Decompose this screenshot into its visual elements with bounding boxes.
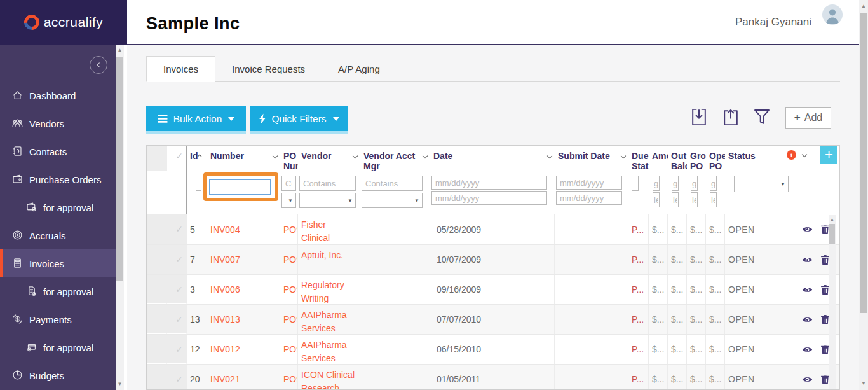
scroll-up-icon[interactable]: ▲: [859, 2, 868, 11]
view-invoice-button[interactable]: [801, 374, 813, 385]
column-header-open-po[interactable]: Ope PO: [706, 146, 725, 171]
chevron-down-icon[interactable]: [423, 153, 428, 158]
column-header-amount[interactable]: Amo: [649, 146, 668, 171]
sidebar-item-budgets[interactable]: Budgets: [0, 361, 116, 389]
column-header-vendor[interactable]: Vendor: [298, 146, 360, 171]
gross-po-lt-filter-input[interactable]: [691, 192, 698, 207]
po-number-link[interactable]: PO9: [280, 275, 298, 304]
row-checkbox[interactable]: ✓: [167, 365, 187, 390]
due-status-filter-input[interactable]: [632, 176, 639, 191]
chevron-down-icon[interactable]: [353, 153, 358, 158]
po-number-link[interactable]: PO9: [280, 335, 298, 364]
view-invoice-button[interactable]: [801, 224, 813, 235]
gross-po-gt-filter-input[interactable]: [691, 176, 698, 191]
po-number-filter-input[interactable]: [281, 176, 296, 191]
add-button[interactable]: + Add: [785, 107, 831, 129]
invoice-number-link[interactable]: INV007: [207, 245, 280, 274]
chevron-down-icon[interactable]: [547, 153, 552, 158]
number-filter-input[interactable]: [209, 179, 271, 195]
sidebar-item-vendors[interactable]: Vendors: [0, 109, 116, 137]
add-column-button[interactable]: +: [820, 146, 837, 164]
invoice-number-link[interactable]: INV004: [207, 214, 280, 244]
table-scrollbar-thumb[interactable]: [829, 224, 835, 244]
tab-invoices[interactable]: Invoices: [146, 56, 215, 82]
page-scrollbar[interactable]: ▲ ▼: [859, 0, 868, 390]
view-invoice-button[interactable]: [801, 344, 813, 355]
invoice-number-link[interactable]: INV006: [207, 275, 280, 304]
status-filter-select[interactable]: ▼: [734, 176, 789, 192]
sidebar-scrollbar[interactable]: ▲ ▼: [116, 45, 124, 390]
open-po-lt-filter-input[interactable]: [710, 192, 717, 207]
vendor-filter-select[interactable]: ▼: [299, 193, 356, 208]
download-button[interactable]: [690, 108, 708, 127]
submit-date-from-filter-input[interactable]: [556, 176, 622, 190]
vendor-link[interactable]: Fisher Clinical Services, Inc: [298, 214, 360, 244]
po-number-filter-select[interactable]: ▼: [281, 193, 296, 208]
vendor-link[interactable]: AAIPharma Services Corp: [298, 335, 360, 364]
date-from-filter-input[interactable]: [431, 176, 547, 190]
sidebar-collapse-button[interactable]: [90, 56, 107, 74]
sidebar-item-dashboard[interactable]: Dashboard: [0, 81, 116, 109]
select-all-checkbox[interactable]: ✓: [167, 146, 187, 171]
invoice-number-link[interactable]: INV012: [207, 335, 280, 364]
chevron-down-icon[interactable]: [273, 153, 278, 158]
view-invoice-button[interactable]: [801, 284, 813, 295]
id-filter-input[interactable]: [196, 176, 201, 191]
sidebar-scrollbar-thumb[interactable]: [116, 57, 123, 281]
po-number-link[interactable]: PO9: [280, 305, 298, 334]
scroll-up-icon[interactable]: ▲: [829, 216, 836, 225]
date-to-filter-input[interactable]: [431, 191, 547, 205]
sidebar-item-contacts[interactable]: Contacts: [0, 137, 116, 165]
open-po-gt-filter-input[interactable]: [710, 176, 717, 191]
out-balance-gt-filter-input[interactable]: [672, 176, 679, 191]
row-checkbox[interactable]: ✓: [167, 245, 187, 274]
sidebar-item-payments[interactable]: Payments: [0, 305, 116, 333]
out-balance-lt-filter-input[interactable]: [672, 192, 679, 207]
invoice-number-link[interactable]: INV013: [207, 305, 280, 334]
row-checkbox[interactable]: ✓: [167, 214, 187, 244]
row-checkbox[interactable]: ✓: [167, 275, 187, 304]
submit-date-to-filter-input[interactable]: [556, 191, 622, 205]
scroll-up-icon[interactable]: ▲: [116, 46, 124, 55]
bulk-action-button[interactable]: Bulk Action: [146, 106, 246, 131]
row-checkbox[interactable]: ✓: [167, 305, 187, 334]
vendor-filter-input[interactable]: [299, 176, 356, 191]
scroll-down-icon[interactable]: ▼: [116, 380, 124, 389]
tab-invoice-requests[interactable]: Invoice Requests: [215, 56, 322, 82]
vendor-mgr-filter-select[interactable]: ▼: [362, 193, 423, 208]
tab-ap-aging[interactable]: A/P Aging: [322, 56, 397, 82]
sidebar-item-accruals[interactable]: Accruals: [0, 221, 116, 249]
amount-lt-filter-input[interactable]: [653, 192, 660, 207]
invoice-number-link[interactable]: INV021: [207, 365, 280, 390]
chevron-down-icon[interactable]: [802, 152, 807, 157]
upload-button[interactable]: [722, 108, 740, 127]
column-header-vendor-acct-mgr[interactable]: Vendor Acct Mgr: [360, 146, 430, 171]
sidebar-item-for-approval-sub-4[interactable]: for approval: [0, 193, 116, 221]
table-scrollbar[interactable]: ▲: [829, 215, 836, 390]
po-number-link[interactable]: PO9: [280, 365, 298, 390]
vendor-link[interactable]: Regulatory Writing: [298, 275, 360, 304]
column-header-gross-po[interactable]: Gros PO: [687, 146, 706, 171]
scroll-down-icon[interactable]: ▼: [859, 379, 868, 388]
vendor-mgr-filter-input[interactable]: [362, 176, 423, 191]
sidebar-item-for-approval-sub-9[interactable]: for approval: [0, 333, 116, 361]
po-number-link[interactable]: PO9: [280, 245, 298, 274]
view-invoice-button[interactable]: [801, 314, 813, 325]
vendor-link[interactable]: ICON Clinical Research: [298, 365, 360, 390]
column-header-due-status[interactable]: Due Stat: [628, 146, 649, 171]
row-checkbox[interactable]: ✓: [167, 335, 187, 364]
column-header-status[interactable]: Status: [725, 146, 783, 171]
page-scrollbar-thumb[interactable]: [860, 13, 867, 313]
column-header-number[interactable]: Number: [207, 146, 280, 171]
user-avatar[interactable]: [822, 4, 843, 25]
amount-gt-filter-input[interactable]: [653, 176, 660, 191]
column-header-submit-date[interactable]: Submit Date: [555, 146, 628, 171]
column-header-date[interactable]: Date: [430, 146, 555, 171]
filter-button[interactable]: [753, 108, 771, 127]
sidebar-item-for-approval-sub-7[interactable]: for approval: [0, 277, 116, 305]
quick-filters-button[interactable]: Quick Filters: [250, 106, 348, 131]
sidebar-item-invoices[interactable]: Invoices: [0, 249, 116, 277]
chevron-down-icon[interactable]: [621, 153, 626, 158]
sidebar-item-purchase-orders[interactable]: Purchase Orders: [0, 165, 116, 193]
vendor-link[interactable]: AAIPharma Services Corp: [298, 305, 360, 334]
